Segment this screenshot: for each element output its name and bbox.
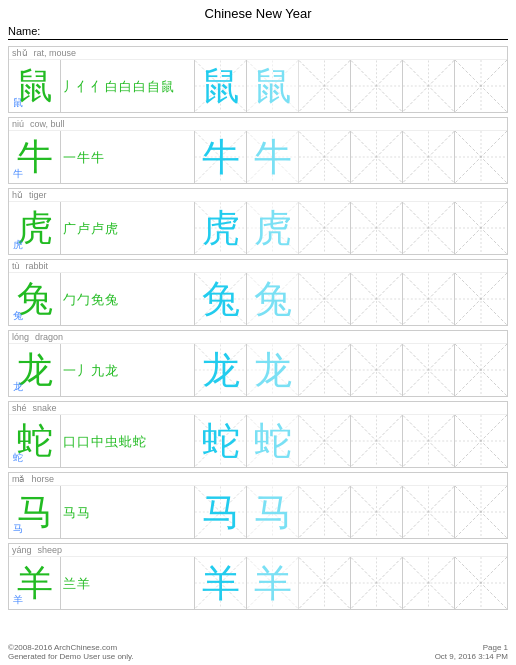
ref-char-1-3: 兔 xyxy=(195,273,247,325)
ref-char-2-1: 牛 xyxy=(247,131,299,183)
row-header-7: yángsheep xyxy=(9,544,507,557)
practice-cell-4-1[interactable] xyxy=(351,344,403,396)
meaning-5: snake xyxy=(33,403,57,413)
stroke-area-3: 勹勹免兔 xyxy=(61,273,195,325)
ref-char-1-2: 虎 xyxy=(195,202,247,254)
practice-cell-0-0[interactable] xyxy=(299,60,351,112)
stroke-char-0-4: 白 xyxy=(119,80,132,93)
page-title: Chinese New Year xyxy=(8,6,508,21)
practice-cell-7-1[interactable] xyxy=(351,557,403,609)
practice-cell-3-2[interactable] xyxy=(403,273,455,325)
footer-left: ©2008-2016 ArchChinese.com Generated for… xyxy=(8,643,134,661)
practice-cell-6-3[interactable] xyxy=(455,486,507,538)
practice-cell-4-2[interactable] xyxy=(403,344,455,396)
practice-cell-7-3[interactable] xyxy=(455,557,507,609)
stroke-char-0-3: 白 xyxy=(105,80,118,93)
ref-big-2-6: 马 xyxy=(254,493,292,531)
practice-cell-2-0[interactable] xyxy=(299,202,351,254)
pinyin-0: shǔ xyxy=(12,48,28,58)
big-char-cell-1: 牛牛 xyxy=(9,131,61,183)
footer: ©2008-2016 ArchChinese.com Generated for… xyxy=(8,643,508,661)
stroke-char-2-3: 虎 xyxy=(105,222,118,235)
practice-cell-6-0[interactable] xyxy=(299,486,351,538)
stroke-char-6-0: 马 xyxy=(63,506,76,519)
practice-cell-6-2[interactable] xyxy=(403,486,455,538)
stroke-char-0-2: 亻 xyxy=(91,80,104,93)
stroke-char-5-0: 口 xyxy=(63,435,76,448)
big-char-cell-6: 马马 xyxy=(9,486,61,538)
meaning-7: sheep xyxy=(38,545,63,555)
practice-cell-0-3[interactable] xyxy=(455,60,507,112)
cells-container-7: 羊羊兰羊 羊 羊 xyxy=(9,557,507,609)
small-char-6: 马 xyxy=(13,522,23,536)
stroke-char-2-0: 广 xyxy=(63,222,76,235)
practice-cell-1-3[interactable] xyxy=(455,131,507,183)
practice-cell-3-3[interactable] xyxy=(455,273,507,325)
practice-cell-4-0[interactable] xyxy=(299,344,351,396)
stroke-area-2: 广卢卢虎 xyxy=(61,202,195,254)
row-header-5: shésnake xyxy=(9,402,507,415)
cells-container-1: 牛牛一牛牛 牛 牛 xyxy=(9,131,507,183)
name-line: Name: xyxy=(8,25,508,40)
ref-big-2-7: 羊 xyxy=(254,564,292,602)
pinyin-5: shé xyxy=(12,403,27,413)
ref-char-2-3: 兔 xyxy=(247,273,299,325)
stroke-char-7-0: 兰 xyxy=(63,577,76,590)
practice-cell-0-1[interactable] xyxy=(351,60,403,112)
practice-cell-0-2[interactable] xyxy=(403,60,455,112)
stroke-char-3-0: 勹 xyxy=(63,293,76,306)
practice-cell-5-1[interactable] xyxy=(351,415,403,467)
stroke-char-4-3: 龙 xyxy=(105,364,118,377)
stroke-char-2-1: 卢 xyxy=(77,222,90,235)
ref-big-2-3: 兔 xyxy=(254,280,292,318)
practice-cell-2-3[interactable] xyxy=(455,202,507,254)
small-char-0: 鼠 xyxy=(13,96,23,110)
ref-big-2-5: 蛇 xyxy=(254,422,292,460)
stroke-char-0-7: 鼠 xyxy=(161,80,174,93)
ref-big-2-0: 鼠 xyxy=(254,67,292,105)
ref-char-2-0: 鼠 xyxy=(247,60,299,112)
row-header-1: niúcow, bull xyxy=(9,118,507,131)
pinyin-2: hǔ xyxy=(12,190,23,200)
stroke-char-3-3: 兔 xyxy=(105,293,118,306)
ref-char-1-4: 龙 xyxy=(195,344,247,396)
practice-cell-1-1[interactable] xyxy=(351,131,403,183)
practice-cell-3-1[interactable] xyxy=(351,273,403,325)
char-row-4: lóngdragon龙龙一丿九龙 龙 龙 xyxy=(8,330,508,397)
stroke-char-1-0: 一 xyxy=(63,151,76,164)
practice-cell-1-0[interactable] xyxy=(299,131,351,183)
big-char-cell-7: 羊羊 xyxy=(9,557,61,609)
small-char-7: 羊 xyxy=(13,593,23,607)
practice-cell-7-2[interactable] xyxy=(403,557,455,609)
stroke-char-2-2: 卢 xyxy=(91,222,104,235)
pinyin-7: yáng xyxy=(12,545,32,555)
char-row-1: niúcow, bull牛牛一牛牛 牛 牛 xyxy=(8,117,508,184)
practice-cell-6-1[interactable] xyxy=(351,486,403,538)
cells-container-5: 蛇蛇口口中虫蚍蛇 蛇 蛇 xyxy=(9,415,507,467)
practice-cell-3-0[interactable] xyxy=(299,273,351,325)
ref-char-2-5: 蛇 xyxy=(247,415,299,467)
stroke-char-3-1: 勹 xyxy=(77,293,90,306)
cells-container-2: 虎虎广卢卢虎 虎 虎 xyxy=(9,202,507,254)
meaning-4: dragon xyxy=(35,332,63,342)
practice-cell-5-0[interactable] xyxy=(299,415,351,467)
practice-cell-1-2[interactable] xyxy=(403,131,455,183)
practice-cell-5-2[interactable] xyxy=(403,415,455,467)
row-header-6: mǎhorse xyxy=(9,473,507,486)
big-char-cell-2: 虎虎 xyxy=(9,202,61,254)
cells-container-0: 鼠鼠丿亻亻白白白自鼠 鼠 鼠 xyxy=(9,60,507,112)
practice-cell-7-0[interactable] xyxy=(299,557,351,609)
practice-cell-4-3[interactable] xyxy=(455,344,507,396)
row-header-3: tùrabbit xyxy=(9,260,507,273)
stroke-char-3-2: 免 xyxy=(91,293,104,306)
practice-cell-2-2[interactable] xyxy=(403,202,455,254)
ref-big-1-7: 羊 xyxy=(202,564,240,602)
practice-cell-2-1[interactable] xyxy=(351,202,403,254)
big-char-cell-0: 鼠鼠 xyxy=(9,60,61,112)
ref-big-1-1: 牛 xyxy=(202,138,240,176)
practice-cell-5-3[interactable] xyxy=(455,415,507,467)
name-label: Name: xyxy=(8,25,40,37)
ref-big-2-2: 虎 xyxy=(254,209,292,247)
row-header-4: lóngdragon xyxy=(9,331,507,344)
pinyin-3: tù xyxy=(12,261,20,271)
